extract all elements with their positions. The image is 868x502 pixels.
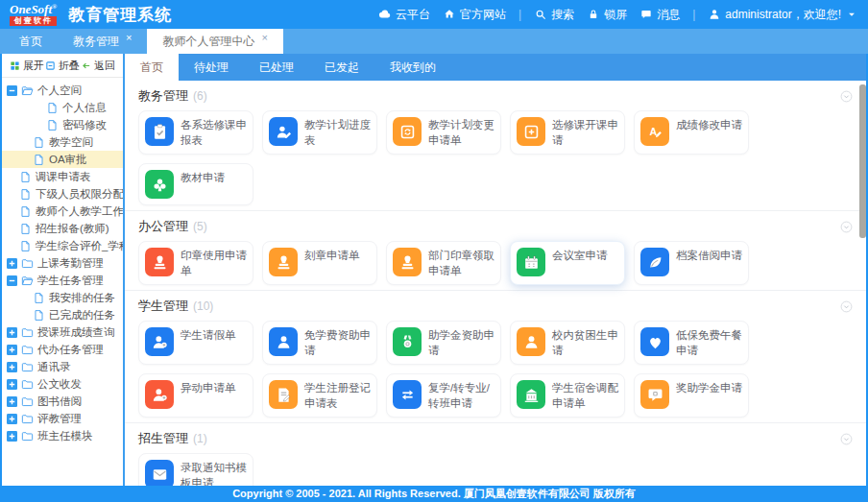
app-card[interactable]: 印章使用申请单 (138, 241, 253, 285)
app-card-label: 学生请假单 (181, 327, 236, 344)
app-card[interactable]: 教学计划变更申请单 (386, 110, 501, 155)
collapse-section-icon[interactable] (840, 90, 853, 103)
tree-item-label: 已完成的任务 (49, 308, 115, 323)
app-card-label: 低保免费午餐申请 (676, 327, 742, 358)
nav-item-messages[interactable]: 消息 (639, 7, 680, 23)
sidebar-back-button[interactable]: 返回 (81, 59, 115, 73)
onesoft-logo: OneSoft® 创壹软件 (10, 3, 57, 26)
collapse-section-icon[interactable] (840, 300, 853, 313)
nav-item-official-website[interactable]: 官方网站 (443, 7, 506, 23)
tree-item[interactable]: 招生报备(教师) (2, 220, 123, 237)
app-card[interactable]: 教学计划进度表 (262, 110, 377, 155)
app-card-label: 免学费资助申请 (304, 327, 371, 358)
tree-item[interactable]: 下级人员权限分配 (2, 185, 123, 203)
user-menu[interactable]: administrator，欢迎您! (708, 7, 858, 23)
workspace-tab-processed[interactable]: 已处理 (244, 54, 309, 81)
tree-item-label: 通讯录 (37, 360, 71, 374)
collapse-section-icon[interactable] (840, 433, 853, 445)
nav-item-search[interactable]: 搜索 (534, 7, 574, 23)
app-card[interactable]: 会议室申请 (510, 241, 625, 285)
nav-item-label: 搜索 (551, 7, 574, 23)
close-icon[interactable]: × (126, 33, 132, 43)
cloud-icon (378, 8, 392, 21)
tree-item[interactable]: 通讯录 (2, 358, 123, 375)
workspace-tab-label: 已发起 (325, 60, 359, 74)
heart-icon (640, 327, 669, 356)
app-card-label: 学生宿舍调配申请单 (552, 380, 618, 411)
tree-item[interactable]: 已完成的任务 (2, 306, 123, 323)
nav-item-lock-screen[interactable]: 锁屏 (587, 7, 627, 23)
tree-item[interactable]: 教学空间 (2, 133, 123, 151)
stamp-icon (269, 248, 298, 276)
tree-item[interactable]: 班主任模块 (2, 427, 123, 444)
app-card[interactable]: 档案借阅申请 (634, 241, 749, 285)
card-grid: 印章使用申请单刻章申请单部门印章领取申请单会议室申请档案借阅申请 (138, 241, 853, 285)
app-card[interactable]: 校内贫困生申请 (510, 321, 625, 365)
tree-item[interactable]: 教师个人教学工作量登记表 (2, 203, 123, 220)
app-card[interactable]: 部门印章领取申请单 (386, 241, 501, 285)
tree-item[interactable]: 代办任务管理 (2, 341, 123, 358)
folder-icon (21, 257, 34, 270)
caret-down-icon (845, 8, 858, 21)
workspace-tab-received[interactable]: 我收到的 (374, 54, 451, 81)
tab-academic-affairs[interactable]: 教务管理× (58, 29, 147, 54)
tree-item[interactable]: 公文收发 (2, 375, 123, 393)
top-nav: 云平台官方网站|搜索锁屏消息|administrator，欢迎您! (378, 7, 858, 23)
sidebar-expand-button[interactable]: 展开 (10, 59, 44, 73)
app-card[interactable]: 复学/转专业/转班申请 (386, 373, 501, 418)
app-card[interactable]: 异动申请单 (138, 373, 253, 418)
sidebar-collapse-button[interactable]: 折叠 (45, 59, 80, 73)
app-card[interactable]: 学生注册登记申请表 (262, 373, 377, 418)
tree-item[interactable]: 授课班成绩查询 (2, 323, 123, 341)
tree-item[interactable]: 学生综合评价_学科评价 (2, 237, 123, 254)
tree-item[interactable]: 我安排的任务 (2, 289, 123, 306)
person-icon (269, 327, 298, 356)
app-card[interactable]: A成绩修改申请 (634, 110, 749, 155)
tree-item[interactable]: 密码修改 (2, 116, 123, 133)
app-card[interactable]: 各系选修课申报表 (138, 110, 253, 155)
workspace-tab-initiated[interactable]: 已发起 (309, 54, 374, 81)
doc-edit-icon (269, 380, 298, 409)
collapse-section-icon[interactable] (840, 221, 853, 233)
home-icon (443, 8, 456, 21)
close-icon[interactable]: × (261, 33, 267, 43)
app-card[interactable]: 低保免费午餐申请 (634, 321, 749, 365)
app-card[interactable]: 助学金资助申请 (386, 321, 501, 365)
card-grid: 各系选修课申报表教学计划进度表教学计划变更申请单选修课开课申请A成绩修改申请教材… (138, 110, 853, 205)
tab-home[interactable]: 首页 (4, 29, 58, 54)
app-card[interactable]: 录取通知书模板申请 (138, 453, 253, 486)
nav-item-label: 云平台 (396, 7, 430, 23)
app-sections: 教务管理(6)各系选修课申报表教学计划进度表教学计划变更申请单选修课开课申请A成… (125, 81, 866, 486)
app-card[interactable]: 免学费资助申请 (262, 321, 377, 365)
tree-item[interactable]: 调课申请表 (2, 168, 123, 185)
tree-item-label: 评教管理 (37, 412, 82, 426)
tree-item-label: 授课班成绩查询 (37, 325, 115, 340)
doc-icon (33, 136, 45, 149)
app-card[interactable]: 选修课开课申请 (510, 110, 625, 155)
button-label: 折叠 (59, 59, 80, 73)
tree-item[interactable]: 个人信息 (2, 99, 123, 116)
tab-teacher-personal-center[interactable]: 教师个人管理中心× (147, 29, 282, 54)
app-card[interactable]: 学生宿舍调配申请单 (510, 373, 625, 418)
tree-item[interactable]: OA审批 (2, 151, 123, 168)
app-card[interactable]: 学生请假单 (138, 321, 253, 365)
tree-item[interactable]: 评教管理 (2, 410, 123, 427)
folder-icon (21, 326, 34, 339)
app-card[interactable]: 刻章申请单 (262, 241, 377, 285)
tree-item[interactable]: 个人空间 (2, 82, 123, 99)
workspace-tab-label: 待处理 (194, 60, 229, 74)
app-card-label: 奖助学金申请 (676, 380, 742, 396)
person-edit-icon (269, 117, 298, 146)
workspace-tab-home[interactable]: 首页 (125, 54, 179, 81)
copyright-text: Copyright © 2005 - 2021. All Rights Rese… (232, 487, 636, 501)
square-plus-icon (517, 117, 545, 146)
tree-item-label: 教学空间 (49, 135, 93, 150)
workspace-tab-pending[interactable]: 待处理 (179, 54, 244, 81)
app-card[interactable]: 奖助学金申请 (634, 373, 749, 418)
tree-item[interactable]: 图书借阅 (2, 393, 123, 410)
tree-item[interactable]: 上课考勤管理 (2, 254, 123, 272)
nav-item-cloud-platform[interactable]: 云平台 (378, 7, 430, 23)
scrollbar-thumb[interactable] (859, 84, 866, 238)
tree-item[interactable]: 学生任务管理 (2, 272, 123, 289)
app-card[interactable]: 教材申请 (138, 163, 253, 205)
